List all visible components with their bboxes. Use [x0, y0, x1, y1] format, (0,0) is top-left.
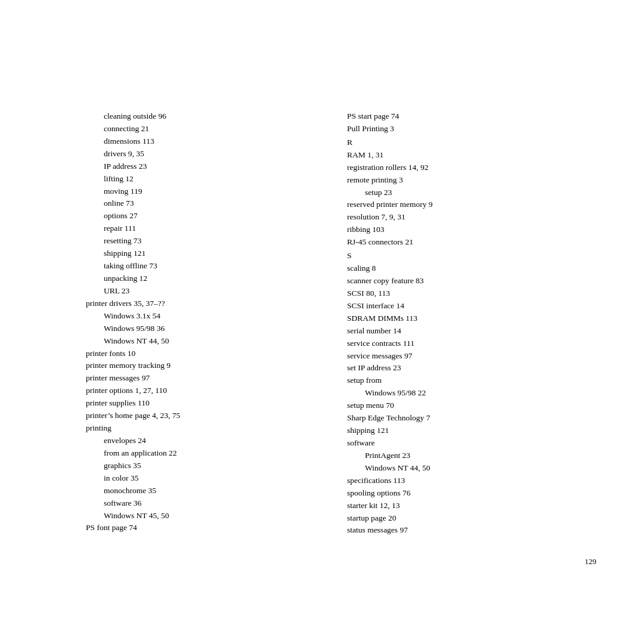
index-entry: service contracts 111: [347, 338, 596, 350]
index-entry: drivers 9, 35: [86, 148, 329, 160]
index-entry: from an application 22: [86, 447, 329, 460]
index-content: cleaning outside 96connecting 21dimensio…: [0, 0, 644, 537]
index-entry: RAM 1, 31: [347, 149, 596, 162]
index-entry: printer options 1, 27, 110: [86, 385, 329, 397]
index-entry: unpacking 12: [86, 273, 329, 285]
index-entry: PS start page 74: [347, 110, 596, 123]
index-entry: specifications 113: [347, 475, 596, 487]
index-entry: SCSI 80, 113: [347, 287, 596, 300]
index-entry: online 73: [86, 197, 329, 210]
page: cleaning outside 96connecting 21dimensio…: [0, 0, 644, 644]
index-entry: URL 23: [86, 285, 329, 298]
index-entry: lifting 12: [86, 173, 329, 185]
index-entry: Windows 95/98 22: [347, 387, 596, 400]
index-entry: set IP address 23: [347, 362, 596, 374]
index-entry: Pull Printing 3: [347, 123, 596, 135]
section-letter: R: [347, 137, 596, 149]
left-column: cleaning outside 96connecting 21dimensio…: [86, 110, 341, 537]
index-entry: cleaning outside 96: [86, 110, 329, 123]
index-entry: printer messages 97: [86, 372, 329, 385]
index-entry: envelopes 24: [86, 435, 329, 447]
index-entry: PrintAgent 23: [347, 450, 596, 462]
index-entry: resetting 73: [86, 235, 329, 247]
index-entry: setup from: [347, 374, 596, 387]
index-entry: printer supplies 110: [86, 397, 329, 410]
index-entry: in color 35: [86, 472, 329, 485]
index-entry: resolution 7, 9, 31: [347, 211, 596, 224]
index-entry: Sharp Edge Technology 7: [347, 412, 596, 425]
index-entry: printer memory tracking 9: [86, 360, 329, 372]
index-entry: starter kit 12, 13: [347, 500, 596, 512]
index-entry: printer drivers 35, 37–??: [86, 298, 329, 310]
index-entry: shipping 121: [347, 425, 596, 437]
index-entry: status messages 97: [347, 524, 596, 537]
index-entry: reserved printer memory 9: [347, 199, 596, 211]
index-entry: RJ-45 connectors 21: [347, 236, 596, 249]
index-entry: setup menu 70: [347, 400, 596, 412]
index-entry: printer fonts 10: [86, 348, 329, 360]
index-entry: Windows NT 44, 50: [86, 335, 329, 348]
section-letter: S: [347, 250, 596, 262]
index-entry: software 36: [86, 497, 329, 510]
index-entry: setup 23: [347, 187, 596, 199]
index-entry: spooling options 76: [347, 487, 596, 500]
index-entry: monochrome 35: [86, 485, 329, 497]
index-entry: taking offline 73: [86, 260, 329, 273]
index-entry: SCSI interface 14: [347, 300, 596, 312]
index-entry: IP address 23: [86, 160, 329, 173]
index-entry: printer’s home page 4, 23, 75: [86, 410, 329, 422]
index-entry: registration rollers 14, 92: [347, 162, 596, 174]
index-entry: repair 111: [86, 222, 329, 235]
index-entry: ribbing 103: [347, 224, 596, 236]
index-entry: printing: [86, 422, 329, 435]
index-entry: Windows 3.1x 54: [86, 310, 329, 323]
index-entry: connecting 21: [86, 123, 329, 135]
index-entry: scanner copy feature 83: [347, 275, 596, 287]
index-entry: PS font page 74: [86, 522, 329, 534]
index-entry: moving 119: [86, 185, 329, 198]
page-number: 129: [585, 556, 597, 568]
index-entry: graphics 35: [86, 460, 329, 472]
index-entry: service messages 97: [347, 350, 596, 363]
index-entry: SDRAM DIMMs 113: [347, 312, 596, 325]
index-entry: startup page 20: [347, 512, 596, 525]
index-entry: shipping 121: [86, 247, 329, 260]
index-entry: Windows NT 45, 50: [86, 510, 329, 522]
right-column: PS start page 74Pull Printing 3RRAM 1, 3…: [341, 110, 596, 537]
index-entry: dimensions 113: [86, 135, 329, 148]
index-entry: remote printing 3: [347, 174, 596, 187]
index-entry: scaling 8: [347, 262, 596, 275]
index-entry: software: [347, 437, 596, 450]
index-entry: Windows NT 44, 50: [347, 462, 596, 475]
index-entry: serial number 14: [347, 325, 596, 338]
index-entry: Windows 95/98 36: [86, 323, 329, 335]
index-entry: options 27: [86, 210, 329, 222]
